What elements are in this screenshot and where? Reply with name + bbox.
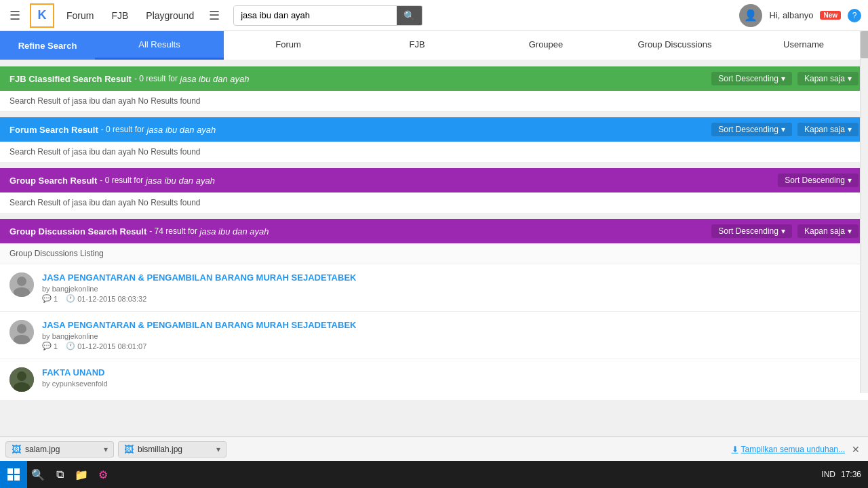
nav-playground[interactable]: Playground (140, 10, 199, 21)
hamburger-menu-icon[interactable]: ☰ (7, 5, 23, 26)
discussion-stats: 💬 1 🕐 01-12-2015 08:01:07 (42, 342, 356, 350)
fjb-kapan-button[interactable]: Kapan saja ▾ (797, 72, 859, 85)
close-downloads-button[interactable]: ✕ (849, 441, 863, 458)
tab-username[interactable]: Username (739, 31, 868, 60)
fjb-result-body: Search Result of jasa ibu dan ayah No Re… (0, 91, 868, 112)
forum-result-controls: Sort Descending ▾ Kapan saja ▾ (711, 123, 859, 136)
show-all-downloads-button[interactable]: ⬇ Tampilkan semua unduhan... (732, 445, 845, 454)
group-result-controls: Sort Descending ▾ (778, 174, 859, 187)
discussion-title[interactable]: FAKTA UNAND (42, 367, 108, 378)
download-bar: 🖼 salam.jpg ▾ 🖼 bismillah.jpg ▾ ⬇ Tampil… (0, 436, 868, 460)
group-result-header: Group Search Result - 0 result for jasa … (0, 168, 868, 192)
tab-group-discussions[interactable]: Group Discussions (610, 31, 739, 60)
groupdiscussion-kapan-button[interactable]: Kapan saja ▾ (797, 224, 859, 238)
refine-search-button[interactable]: Refine Search (0, 31, 95, 60)
nav-forum[interactable]: Forum (61, 10, 99, 21)
file-icon: 🖼 (124, 444, 134, 455)
search-button[interactable]: 🔍 (397, 6, 422, 25)
forum-result-section: Forum Search Result - 0 result for jasa … (0, 117, 868, 163)
discussion-content: JASA PENGANTARAN & PENGAMBILAN BARANG MU… (42, 320, 356, 350)
group-result-query: jasa ibu dan ayah (146, 176, 215, 186)
discussion-stats: 💬 1 🕐 01-12-2015 08:03:32 (42, 294, 356, 303)
svg-point-4 (17, 324, 26, 333)
comment-count: 💬 1 (42, 294, 58, 303)
discussion-content: FAKTA UNAND by cypunksevenfold (42, 367, 108, 389)
groupdiscussion-sort-button[interactable]: Sort Descending ▾ (711, 224, 792, 238)
discussion-avatar (9, 320, 34, 344)
forum-result-header: Forum Search Result - 0 result for jasa … (0, 117, 868, 142)
comment-count: 💬 1 (42, 342, 58, 350)
forum-result-count: - 0 result for (101, 125, 144, 134)
discussion-title[interactable]: JASA PENGANTARAN & PENGAMBILAN BARANG MU… (42, 272, 356, 283)
discussion-content: JASA PENGANTARAN & PENGAMBILAN BARANG MU… (42, 272, 356, 303)
forum-result-body: Search Result of jasa ibu dan ayah No Re… (0, 142, 868, 163)
groupdiscussion-result-section: Group Discussion Search Result - 74 resu… (0, 219, 868, 401)
download-chevron-icon: ▾ (216, 445, 220, 454)
download-icon: ⬇ (732, 445, 738, 454)
group-result-section: Group Search Result - 0 result for jasa … (0, 168, 868, 214)
download-filename: salam.jpg (25, 445, 60, 454)
nav-more-icon[interactable]: ☰ (206, 5, 222, 26)
tab-all-results[interactable]: All Results (95, 31, 224, 60)
nav-right: 👤 Hi, albanyo New ? (739, 4, 861, 27)
tabs-row: Refine Search All Results Forum FJB Grou… (0, 31, 868, 60)
tab-fjb[interactable]: FJB (353, 31, 481, 60)
tab-forum[interactable]: Forum (224, 31, 353, 60)
fjb-result-header: FJB Classified Search Result - 0 result … (0, 66, 868, 91)
fjb-result-title: FJB Classified Search Result (9, 74, 132, 84)
group-sort-button[interactable]: Sort Descending ▾ (778, 174, 859, 187)
logo[interactable]: K (30, 3, 54, 28)
post-date: 🕐 01-12-2015 08:01:07 (66, 342, 146, 350)
file-icon: 🖼 (12, 444, 21, 455)
group-result-count: - 0 result for (100, 176, 143, 185)
listing-header: Group Discussions Listing (0, 243, 868, 264)
scrollbar-thumb[interactable] (861, 31, 868, 58)
discussion-meta: by bangjekonline (42, 332, 356, 340)
tab-groupee[interactable]: Groupee (481, 31, 610, 60)
avatar[interactable]: 👤 (739, 4, 762, 27)
download-item-bismillah[interactable]: 🖼 bismillah.jpg ▾ (118, 441, 226, 458)
fjb-result-query: jasa ibu dan ayah (180, 74, 250, 84)
fjb-result-controls: Sort Descending ▾ Kapan saja ▾ (711, 72, 859, 85)
discussion-title[interactable]: JASA PENGANTARAN & PENGAMBILAN BARANG MU… (42, 320, 356, 330)
svg-point-1 (17, 277, 26, 286)
search-bar: 🔍 (233, 5, 423, 26)
fjb-result-count: - 0 result for (134, 74, 178, 83)
nav-fjb[interactable]: FJB (106, 10, 134, 21)
forum-result-title: Forum Search Result (9, 125, 98, 135)
groupdiscussion-result-count: - 74 result for (149, 226, 197, 236)
fjb-result-section: FJB Classified Search Result - 0 result … (0, 66, 868, 112)
new-badge: New (820, 11, 841, 20)
download-filename: bismillah.jpg (138, 445, 182, 454)
group-result-body: Search Result of jasa ibu dan ayah No Re… (0, 192, 868, 214)
groupdiscussion-result-header: Group Discussion Search Result - 74 resu… (0, 219, 868, 243)
groupdiscussion-result-query: jasa ibu dan ayah (200, 226, 269, 237)
discussion-item: JASA PENGANTARAN & PENGAMBILAN BARANG MU… (0, 264, 868, 312)
discussion-meta: by bangjekonline (42, 285, 356, 293)
groupdiscussion-result-controls: Sort Descending ▾ Kapan saja ▾ (711, 224, 859, 238)
svg-point-7 (17, 371, 26, 381)
download-item-salam[interactable]: 🖼 salam.jpg ▾ (5, 441, 114, 458)
search-input[interactable] (234, 6, 397, 24)
hi-text: Hi, albanyo (769, 10, 813, 20)
discussion-meta: by cypunksevenfold (42, 380, 108, 388)
fjb-sort-button[interactable]: Sort Descending ▾ (711, 72, 792, 85)
forum-sort-button[interactable]: Sort Descending ▾ (711, 123, 792, 136)
forum-kapan-button[interactable]: Kapan saja ▾ (797, 123, 859, 136)
discussion-avatar (9, 272, 34, 297)
post-date: 🕐 01-12-2015 08:03:32 (66, 294, 146, 303)
main-content: FJB Classified Search Result - 0 result … (0, 60, 868, 460)
download-chevron-icon: ▾ (104, 445, 108, 454)
discussion-item: FAKTA UNAND by cypunksevenfold (0, 359, 868, 401)
scrollbar-track[interactable] (860, 31, 868, 393)
discussion-item: JASA PENGANTARAN & PENGAMBILAN BARANG MU… (0, 312, 868, 359)
group-result-title: Group Search Result (9, 176, 97, 186)
top-navigation: ☰ K Forum FJB Playground ☰ 🔍 👤 Hi, alban… (0, 0, 868, 31)
help-icon[interactable]: ? (848, 9, 861, 22)
forum-result-query: jasa ibu dan ayah (146, 125, 216, 135)
discussion-avatar (9, 367, 34, 392)
groupdiscussion-result-title: Group Discussion Search Result (9, 226, 146, 237)
